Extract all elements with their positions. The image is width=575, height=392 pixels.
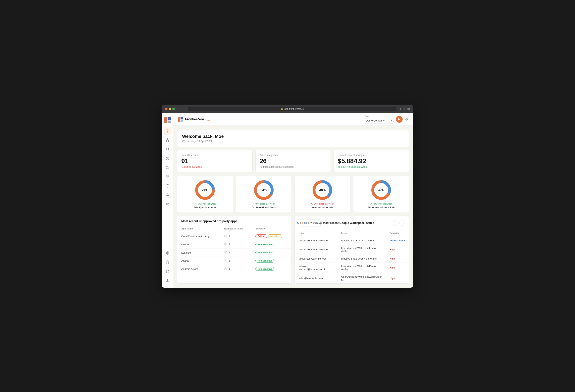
sidebar-item-help[interactable]	[164, 277, 171, 284]
issues-title: Most recent Google Workspace issues	[323, 221, 390, 225]
bottom-row: Most recent unapproved 3rd party apps Ap…	[177, 216, 409, 284]
gw-o1: o	[300, 221, 301, 224]
gw-e: e	[308, 221, 309, 224]
stat-value-savings: $5,884.92	[338, 157, 405, 165]
svg-point-3	[167, 130, 168, 132]
stats-row: Total User Count 91 -13 since last week …	[177, 150, 409, 172]
sidebar-item-search[interactable]	[164, 145, 171, 153]
minimize-button[interactable]	[169, 108, 171, 110]
badge-sensitive: Sensitive	[268, 234, 282, 238]
brand-name: FrontierZero	[185, 117, 204, 121]
svg-rect-0	[164, 117, 167, 123]
col-app-name: App name	[177, 225, 220, 232]
sidebar-item-globe[interactable]	[164, 182, 171, 190]
svg-rect-2	[168, 120, 171, 123]
team-selector: Team Demo Company ▾	[364, 115, 393, 123]
sidebar-item-network[interactable]	[164, 136, 171, 144]
url-text: app.frontierzero.io	[285, 108, 304, 110]
sidebar-item-dashboard[interactable]	[164, 127, 171, 135]
stat-card-integrations: Active integrations 26 No integrations r…	[255, 150, 331, 172]
welcome-card: Welcome back, Moe Wednesday, 03 April 20…	[177, 130, 409, 147]
donut-name-3: Accounts without F2A	[367, 206, 395, 209]
issues-prev-button[interactable]: ‹	[393, 220, 399, 226]
sidebar-item-activity[interactable]	[164, 154, 171, 162]
svg-rect-30	[178, 117, 180, 122]
svg-rect-22	[166, 177, 167, 178]
sidebar-item-settings[interactable]	[164, 249, 171, 257]
sidebar-item-users[interactable]	[164, 200, 171, 208]
svg-line-15	[166, 139, 167, 141]
stat-value-integrations: 26	[260, 157, 327, 165]
svg-rect-1	[168, 117, 171, 120]
donut-trend-2: ↘ -26% since last week	[311, 203, 334, 205]
share-icon[interactable]: ⬆	[399, 107, 402, 111]
team-label: Team	[365, 115, 393, 117]
maximize-button[interactable]	[172, 108, 175, 110]
sidebar-item-admin[interactable]	[164, 258, 171, 266]
issue-severity: High	[386, 273, 409, 283]
menu-icon[interactable]: ☰	[207, 117, 210, 121]
welcome-title: Welcome back, Moe	[182, 134, 404, 139]
col-num-users: Number of users	[220, 225, 251, 232]
svg-line-11	[168, 130, 168, 130]
svg-rect-32	[181, 119, 183, 122]
table-row: Asana ⓘ 1 Non-Sensitive	[177, 257, 291, 265]
donut-wrapper-0: 24%	[194, 179, 216, 201]
donut-name-2: Inactive accounts	[311, 206, 333, 209]
main-content: Welcome back, Moe Wednesday, 03 April 20…	[173, 126, 413, 288]
close-button[interactable]	[165, 108, 168, 110]
apps-table-title: Most recent unapproved 3rd party apps	[177, 216, 291, 225]
app-severity: Non-Sensitive	[251, 249, 291, 257]
donut-label-0: 24%	[202, 188, 208, 192]
table-row: Lokalise ⓘ 1 Non-Sensitive	[177, 249, 291, 257]
team-dropdown[interactable]: Demo Company	[364, 118, 393, 123]
settings-icon[interactable]: ⚙	[405, 117, 408, 121]
issue-severity: High	[386, 255, 409, 262]
issue-severity: Informational	[386, 237, 409, 244]
grid-icon[interactable]: ⊞	[407, 107, 410, 111]
back-button[interactable]: ‹	[179, 107, 181, 111]
donut-wrapper-2: 38%	[311, 179, 333, 201]
issue-severity: High	[386, 262, 409, 273]
svg-line-18	[168, 150, 169, 150]
sidebar-item-grid[interactable]	[164, 173, 171, 181]
app-info: ⓘ 1	[220, 265, 251, 273]
forward-button[interactable]: ›	[183, 107, 186, 111]
stat-label-users: Total User Count	[181, 154, 248, 157]
donut-card-1: 34% ↗ +8% since last week Orphaned accou…	[236, 175, 292, 213]
info-icon[interactable]: ⓘ	[224, 243, 227, 246]
issue-description: Inactive SaaS user > 1 month	[337, 237, 386, 244]
stat-value-users: 91	[181, 157, 248, 165]
donut-label-1: 34%	[261, 188, 267, 192]
new-tab-icon[interactable]: +	[404, 107, 405, 111]
table-row: Android device ⓘ 1 Non-Sensitive	[177, 265, 291, 273]
issues-next-button[interactable]: ›	[399, 220, 405, 226]
issue-description: User Account Without 2-Factor Authe...	[337, 262, 386, 273]
sidebar-item-cloud[interactable]	[164, 163, 171, 171]
svg-point-17	[166, 148, 168, 150]
gw-o2: o	[302, 221, 303, 224]
apps-table-card: Most recent unapproved 3rd party apps Ap…	[177, 216, 292, 284]
stat-change-savings: +$4,394.40 since last week	[338, 165, 405, 168]
badge-non-sensitive: Non-Sensitive	[255, 251, 274, 254]
sidebar-item-reports[interactable]	[164, 267, 171, 275]
info-icon[interactable]: ⓘ	[224, 251, 227, 254]
gw-workspace-text: Workspace	[311, 222, 322, 224]
donut-name-0: Privilged accounts	[193, 206, 216, 209]
svg-marker-29	[166, 260, 169, 263]
sidebar	[162, 113, 173, 288]
issue-user: account1@frontierzero.io	[295, 237, 337, 244]
info-icon[interactable]: ⓘ	[224, 234, 227, 238]
svg-line-10	[166, 132, 167, 132]
info-icon[interactable]: ⓘ	[224, 267, 227, 271]
svg-point-14	[168, 141, 169, 142]
avatar: M	[396, 116, 403, 123]
google-workspace-logo: Google Workspace	[299, 219, 321, 227]
col-issue: Issue	[337, 230, 386, 237]
app-severity: Non-Sensitive	[251, 257, 291, 265]
address-bar[interactable]: 🔒 app.frontierzero.io	[188, 107, 396, 111]
donut-trend-1: ↗ +8% since last week	[253, 203, 275, 205]
gw-l: l	[306, 221, 307, 224]
info-icon[interactable]: ⓘ	[224, 259, 227, 262]
sidebar-item-user[interactable]	[164, 191, 171, 199]
